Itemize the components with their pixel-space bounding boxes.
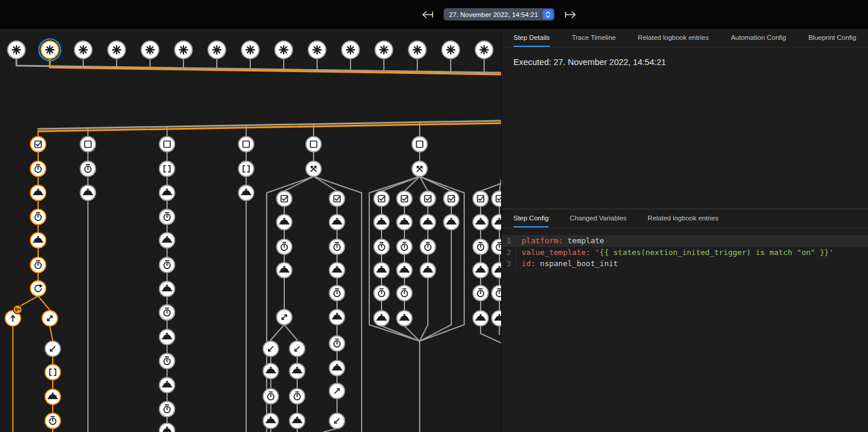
- graph-trigger-node[interactable]: [74, 41, 92, 59]
- tab-trace-timeline[interactable]: Trace Timeline: [572, 29, 616, 47]
- graph-node-timer[interactable]: [263, 389, 278, 404]
- graph-node-dome[interactable]: [80, 185, 96, 200]
- graph-node-dome[interactable]: [473, 311, 488, 326]
- graph-node-dome[interactable]: [492, 311, 501, 326]
- graph-node-checkbox[interactable]: [30, 137, 46, 152]
- graph-node-dome[interactable]: [374, 311, 389, 326]
- graph-node-timer[interactable]: [492, 285, 501, 301]
- graph-node-timer[interactable]: [329, 239, 345, 254]
- graph-node-dome[interactable]: [159, 185, 175, 200]
- graph-node-timer[interactable]: [420, 239, 435, 254]
- graph-node-dome[interactable]: [290, 413, 305, 428]
- graph-node-arrow-bottom-left[interactable]: [290, 341, 305, 356]
- graph-node-square[interactable]: [306, 137, 321, 152]
- graph-node-shuffle[interactable]: [412, 161, 427, 176]
- tab-related-logbook-entries[interactable]: Related logbook entries: [648, 209, 719, 227]
- graph-trigger-node[interactable]: [8, 41, 25, 59]
- graph-node-dome[interactable]: [473, 215, 488, 230]
- graph-node-checkbox[interactable]: [397, 191, 412, 206]
- graph-node-shuffle[interactable]: [306, 161, 321, 176]
- graph-trigger-node[interactable]: [409, 41, 426, 59]
- next-run-button[interactable]: [563, 7, 578, 22]
- graph-node-square[interactable]: [412, 137, 427, 152]
- graph-node-dome[interactable]: [397, 311, 412, 326]
- graph-node-timer[interactable]: [159, 402, 175, 417]
- graph-node-timer[interactable]: [159, 257, 175, 273]
- graph-node-dome[interactable]: [277, 263, 292, 278]
- graph-node-dome[interactable]: [374, 263, 389, 278]
- tab-related-logbook-entries[interactable]: Related logbook entries: [638, 29, 709, 47]
- graph-node-dome[interactable]: [263, 413, 278, 428]
- graph-node-dome[interactable]: [420, 263, 435, 278]
- graph-node-square[interactable]: [80, 137, 96, 152]
- graph-node-timer[interactable]: [397, 285, 412, 301]
- graph-trigger-node[interactable]: [39, 39, 61, 61]
- graph-node-square[interactable]: [239, 137, 254, 152]
- graph-node-dome[interactable]: [30, 185, 46, 200]
- graph-node-dome[interactable]: [263, 363, 278, 379]
- graph-node-arrow-expand[interactable]: [42, 311, 57, 326]
- graph-node-dome[interactable]: [444, 215, 459, 230]
- graph-node-dome[interactable]: [159, 377, 175, 393]
- graph-trigger-node[interactable]: [475, 41, 493, 59]
- graph-node-square[interactable]: [159, 137, 175, 152]
- graph-node-timer[interactable]: [374, 239, 389, 254]
- tab-changed-variables[interactable]: Changed Variables: [570, 209, 627, 227]
- graph-node-arrow-bottom-left[interactable]: [263, 341, 278, 356]
- graph-node-timer[interactable]: [159, 305, 175, 320]
- graph-node-dome[interactable]: [290, 363, 305, 379]
- graph-trigger-node[interactable]: [175, 41, 192, 59]
- graph-node-arrow-bottom-left[interactable]: [329, 413, 345, 428]
- graph-node-dome[interactable]: [159, 423, 175, 432]
- tab-step-config[interactable]: Step Config: [513, 209, 549, 227]
- graph-node-dome[interactable]: [492, 263, 501, 278]
- run-select[interactable]: 27. November 2022, 14:54:21: [444, 8, 554, 21]
- graph-node-dome[interactable]: [159, 281, 175, 297]
- graph-trigger-node[interactable]: [141, 41, 159, 59]
- graph-node-timer[interactable]: [80, 161, 96, 176]
- graph-trigger-node[interactable]: [241, 41, 259, 59]
- graph-node-checkbox[interactable]: [492, 191, 501, 206]
- graph-node-dome[interactable]: [329, 309, 345, 325]
- tab-step-details[interactable]: Step Details: [513, 29, 550, 47]
- graph-node-dome[interactable]: [277, 215, 292, 230]
- graph-node-dome[interactable]: [374, 215, 389, 230]
- tab-blueprint-config[interactable]: Blueprint Config: [808, 29, 856, 47]
- graph-node-dome[interactable]: [329, 215, 345, 230]
- graph-node-timer[interactable]: [277, 239, 292, 254]
- graph-node-dome[interactable]: [473, 263, 488, 278]
- graph-node-dome[interactable]: [397, 215, 412, 230]
- graph-node-dome[interactable]: [30, 233, 46, 248]
- graph-trigger-node[interactable]: [275, 41, 292, 59]
- graph-node-dome[interactable]: [159, 233, 175, 248]
- graph-node-timer[interactable]: [159, 353, 175, 369]
- graph-node-dome[interactable]: [329, 360, 345, 376]
- graph-node-checkbox[interactable]: [420, 191, 435, 206]
- graph-node-dome[interactable]: [159, 329, 175, 345]
- graph-node-brackets[interactable]: [239, 161, 254, 176]
- graph-trigger-node[interactable]: [442, 41, 459, 59]
- graph-trigger-node[interactable]: [375, 41, 393, 59]
- graph-node-timer[interactable]: [397, 239, 412, 254]
- graph-trigger-node[interactable]: [308, 41, 326, 59]
- graph-node-arrow-top-right[interactable]: [329, 383, 345, 399]
- graph-node-brackets[interactable]: [159, 161, 175, 176]
- graph-node-timer[interactable]: [30, 257, 46, 273]
- graph-node-timer[interactable]: [329, 285, 345, 301]
- graph-node-checkbox[interactable]: [374, 191, 389, 206]
- graph-node-timer[interactable]: [30, 161, 46, 176]
- graph-node-timer[interactable]: [30, 209, 46, 224]
- graph-node-checkbox[interactable]: [444, 191, 459, 206]
- graph-node-checkbox[interactable]: [277, 191, 292, 206]
- graph-node-dome[interactable]: [397, 263, 412, 278]
- graph-node-checkbox[interactable]: [329, 191, 345, 206]
- graph-node-timer[interactable]: [45, 413, 60, 428]
- graph-node-timer[interactable]: [473, 239, 488, 254]
- graph-node-dome[interactable]: [420, 215, 435, 230]
- graph-node-timer[interactable]: [329, 336, 345, 351]
- graph-trigger-node[interactable]: [342, 41, 359, 59]
- graph-node-timer[interactable]: [492, 239, 501, 254]
- tab-automation-config[interactable]: Automation Config: [731, 29, 787, 47]
- graph-node-dome[interactable]: [492, 215, 501, 230]
- graph-node-dome[interactable]: [45, 389, 60, 404]
